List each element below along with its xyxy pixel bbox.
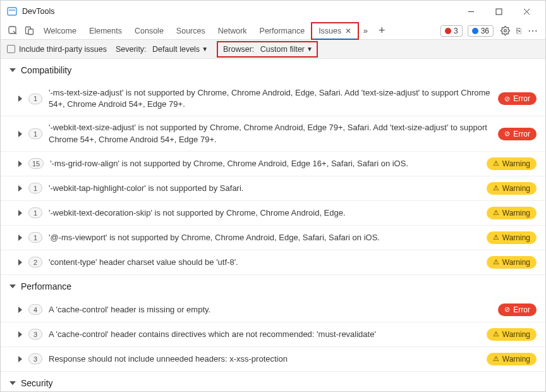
warning-icon: ⚠ bbox=[493, 258, 499, 266]
issue-text: '-ms-text-size-adjust' is not supported … bbox=[49, 87, 492, 110]
status-badge: ⊘Error bbox=[498, 303, 537, 316]
status-badge: ⊘Error bbox=[498, 92, 537, 105]
count-badge: 3 bbox=[28, 329, 42, 340]
issue-row[interactable]: 1'-ms-text-size-adjust' is not supported… bbox=[1, 82, 545, 116]
status-badge: ⊘Error bbox=[498, 128, 537, 140]
chevron-right-icon bbox=[18, 331, 22, 338]
status-badge: ⚠Warning bbox=[487, 207, 537, 219]
issue-row[interactable]: 1'-webkit-tap-highlight-color' is not su… bbox=[1, 176, 545, 201]
status-badge: ⚠Warning bbox=[487, 256, 537, 269]
new-tab-button[interactable]: + bbox=[375, 24, 388, 37]
chevron-right-icon bbox=[18, 356, 22, 362]
issues-filterbar: Include third-party issues Severity: Def… bbox=[1, 40, 545, 59]
issue-text: A 'cache-control' header contains direct… bbox=[49, 329, 480, 340]
issues-list[interactable]: Compatibility1'-ms-text-size-adjust' is … bbox=[1, 59, 545, 391]
issue-text: A 'cache-control' header is missing or e… bbox=[49, 304, 492, 315]
error-icon: ⊘ bbox=[504, 305, 510, 314]
chevron-right-icon bbox=[18, 235, 22, 241]
count-badge: 4 bbox=[28, 304, 42, 315]
chevron-down-icon: ▼ bbox=[306, 46, 313, 52]
info-dot-icon bbox=[472, 28, 478, 34]
chevron-right-icon bbox=[18, 131, 22, 137]
tab-elements[interactable]: Elements bbox=[83, 22, 128, 40]
chevron-right-icon bbox=[18, 210, 22, 216]
status-badge: ⚠Warning bbox=[487, 328, 537, 341]
tab-performance[interactable]: Performance bbox=[253, 22, 312, 40]
svg-rect-0 bbox=[8, 8, 16, 15]
section-header[interactable]: Performance bbox=[1, 275, 545, 298]
section-header[interactable]: Compatibility bbox=[1, 59, 545, 82]
window-title: DevTools bbox=[22, 7, 54, 16]
chevron-down-icon: ▼ bbox=[202, 46, 208, 52]
chevron-down-icon bbox=[9, 381, 16, 385]
issue-row[interactable]: 4A 'cache-control' header is missing or … bbox=[1, 298, 545, 322]
issue-text: '-webkit-text-decoration-skip' is not su… bbox=[49, 207, 480, 219]
svg-point-5 bbox=[504, 30, 506, 32]
issue-row[interactable]: 1'@-ms-viewport' is not supported by Chr… bbox=[1, 226, 545, 250]
severity-dropdown[interactable]: Severity: Default levels ▼ bbox=[116, 45, 208, 54]
count-badge: 1 bbox=[28, 207, 42, 218]
issue-row[interactable]: 2'content-type' header charset value sho… bbox=[1, 250, 545, 275]
customize-icon[interactable]: ⎘ bbox=[516, 26, 521, 35]
include-thirdparty-toggle[interactable]: Include third-party issues bbox=[7, 45, 107, 54]
tab-issues-label: Issues bbox=[318, 27, 341, 35]
device-emulation-icon[interactable] bbox=[21, 23, 37, 39]
tab-sources[interactable]: Sources bbox=[170, 22, 212, 40]
tab-issues[interactable]: Issues ✕ bbox=[311, 22, 359, 40]
chevron-right-icon bbox=[18, 307, 22, 313]
warning-icon: ⚠ bbox=[493, 159, 499, 168]
chevron-down-icon bbox=[9, 285, 16, 288]
chevron-right-icon bbox=[18, 95, 22, 102]
tab-welcome[interactable]: Welcome bbox=[37, 22, 83, 40]
error-icon: ⊘ bbox=[504, 130, 510, 138]
minimize-button[interactable] bbox=[457, 3, 485, 20]
status-badge: ⚠Warning bbox=[487, 182, 537, 195]
inspect-icon[interactable] bbox=[4, 23, 21, 39]
error-counter[interactable]: 3 bbox=[440, 25, 463, 37]
tab-network[interactable]: Network bbox=[212, 22, 253, 40]
count-badge: 1 bbox=[28, 94, 42, 104]
browser-filter-dropdown[interactable]: Browser: Custom filter ▼ bbox=[217, 41, 318, 58]
chevron-right-icon bbox=[18, 185, 22, 192]
issue-text: '-webkit-text-size-adjust' is not suppor… bbox=[49, 122, 492, 145]
count-badge: 1 bbox=[28, 183, 42, 193]
section-title: Performance bbox=[21, 281, 71, 291]
count-badge: 1 bbox=[28, 128, 42, 139]
issue-text: Response should not include unneeded hea… bbox=[49, 353, 480, 365]
svg-rect-1 bbox=[496, 9, 502, 15]
error-icon: ⊘ bbox=[504, 95, 510, 103]
count-badge: 3 bbox=[28, 353, 42, 364]
section-header[interactable]: Security bbox=[1, 372, 545, 391]
count-badge: 2 bbox=[28, 257, 42, 267]
close-icon[interactable]: ✕ bbox=[345, 27, 351, 35]
count-badge: 1 bbox=[28, 232, 42, 243]
warning-icon: ⚠ bbox=[493, 355, 499, 363]
tab-console[interactable]: Console bbox=[128, 22, 170, 40]
issue-row[interactable]: 3Response should not include unneeded he… bbox=[1, 347, 545, 372]
count-badge: 15 bbox=[28, 158, 44, 169]
warning-icon: ⚠ bbox=[493, 233, 499, 242]
issue-row[interactable]: 3A 'cache-control' header contains direc… bbox=[1, 322, 545, 347]
issue-row[interactable]: 1'-webkit-text-decoration-skip' is not s… bbox=[1, 201, 545, 226]
issue-text: '-ms-grid-row-align' is not supported by… bbox=[50, 158, 480, 169]
close-button[interactable] bbox=[513, 3, 540, 20]
more-tabs-chevron-icon[interactable]: » bbox=[359, 26, 372, 35]
issue-row[interactable]: 1'-webkit-text-size-adjust' is not suppo… bbox=[1, 116, 545, 151]
more-options-icon[interactable]: ⋯ bbox=[526, 25, 539, 37]
section-title: Security bbox=[21, 378, 53, 388]
issue-text: '-webkit-tap-highlight-color' is not sup… bbox=[49, 183, 480, 194]
warning-icon: ⚠ bbox=[493, 209, 499, 217]
devtools-icon bbox=[7, 6, 17, 16]
issue-row[interactable]: 15'-ms-grid-row-align' is not supported … bbox=[1, 152, 545, 176]
section-title: Compatibility bbox=[21, 65, 71, 75]
warning-icon: ⚠ bbox=[493, 184, 499, 192]
maximize-button[interactable] bbox=[485, 3, 513, 20]
warning-icon: ⚠ bbox=[493, 330, 499, 338]
chevron-right-icon bbox=[18, 259, 22, 266]
svg-rect-4 bbox=[28, 29, 33, 35]
info-counter[interactable]: 36 bbox=[468, 25, 494, 37]
error-dot-icon bbox=[445, 28, 451, 34]
settings-icon[interactable] bbox=[499, 26, 511, 35]
main-toolbar: Welcome Elements Console Sources Network… bbox=[1, 22, 545, 40]
chevron-down-icon bbox=[9, 68, 16, 72]
